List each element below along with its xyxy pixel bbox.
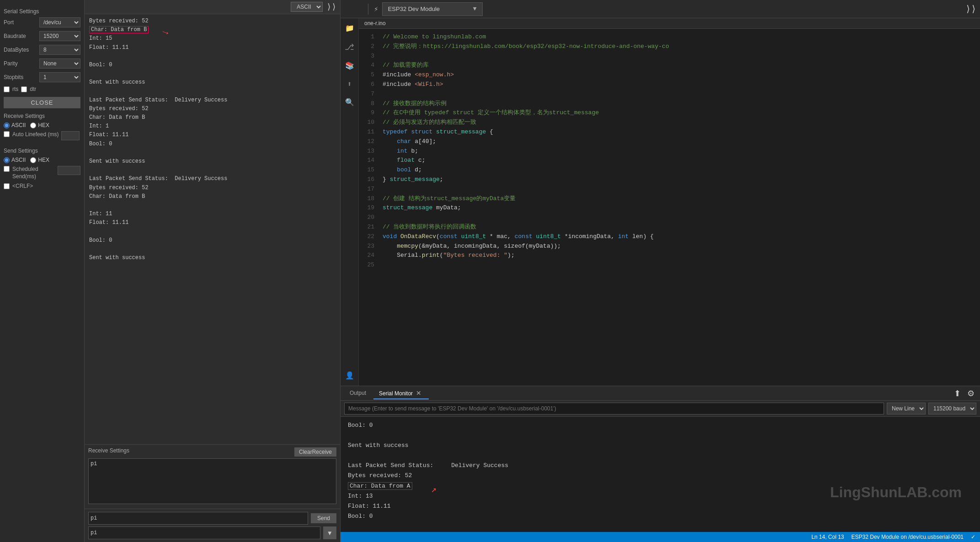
send-ascii-radio[interactable] — [4, 157, 10, 163]
send-input2[interactable] — [88, 526, 320, 539]
parity-label: Parity — [4, 60, 36, 67]
debug-btn[interactable] — [359, 8, 362, 10]
upload-btn[interactable] — [352, 8, 355, 10]
receive-settings-title: Receive Settings — [4, 113, 80, 119]
monitor-log-line — [348, 521, 973, 531]
folder-icon[interactable]: 📁 — [343, 22, 356, 35]
delivery-status: Delivery Success — [451, 462, 508, 469]
monitor-annotation-arrow: ↗ — [431, 482, 437, 498]
code-panel: ⚡ ESP32 Dev Module ▼ ⟩⟩ 📁 ⎇ 📚 ⬆ 🔍 👤 one-… — [341, 0, 980, 542]
recv-ascii-radio[interactable] — [4, 122, 10, 128]
highlighted-char-monitor: Char: Data from A — [348, 482, 412, 490]
monitor-log-line: Bool: 0 — [348, 420, 973, 430]
serial-settings-title: Serial Settings — [4, 8, 80, 15]
port-select[interactable]: /dev/cu — [39, 17, 80, 27]
middle-header: ASCII ⟩⟩ — [85, 0, 340, 14]
status-bar: Ln 14, Col 13 ESP32 Dev Module on /dev/c… — [341, 532, 980, 542]
monitor-log-line — [348, 451, 973, 461]
send-dropdown-arrow[interactable]: ▼ — [323, 526, 336, 539]
monitor-log-line: Last Packet Send Status: Delivery Succes… — [348, 461, 973, 471]
receive-section: Receive Settings ClearReceive pi — [85, 444, 340, 509]
crlf-checkbox[interactable] — [4, 183, 10, 189]
send-button[interactable]: Send — [311, 513, 336, 523]
stopbits-row: Stopbits 1 — [4, 72, 80, 82]
baud-select[interactable]: 115200 baud — [928, 403, 976, 414]
monitor-log-line: Sent with success — [348, 441, 973, 451]
watermark: LingShunLAB.com — [830, 480, 962, 505]
dtr-checkbox[interactable] — [21, 86, 27, 92]
newline-select[interactable]: New Line — [887, 403, 926, 414]
monitor-controls: ⬆ ⚙ — [952, 388, 976, 399]
tab-serial-monitor[interactable]: Serial Monitor ✕ — [373, 388, 429, 399]
send-ascii-label: ASCII — [11, 157, 26, 163]
stopbits-select[interactable]: 1 — [39, 72, 80, 82]
tab-output[interactable]: Output — [344, 388, 372, 399]
person-icon[interactable]: 👤 — [343, 369, 356, 382]
close-panel-icon[interactable]: ⟩⟩ — [326, 2, 336, 12]
device-name: ESP32 Dev Module — [388, 5, 440, 12]
monitor-input-row: New Line 115200 baud — [341, 401, 980, 417]
nav-icon-bar: 📁 ⎇ 📚 ⬆ 🔍 👤 — [341, 18, 359, 386]
log-line — [89, 69, 336, 78]
scheduled-send-row: Scheduled Send(ms) 300 — [4, 166, 80, 180]
monitor-message-input[interactable] — [344, 403, 884, 414]
parity-select[interactable]: None — [39, 58, 80, 69]
receive-textarea[interactable]: pi — [88, 458, 336, 504]
crlf-row: <CRLF> — [4, 183, 80, 189]
recv-ascii-label: ASCII — [11, 122, 26, 128]
rts-label: rts — [12, 86, 18, 92]
port-label: Port — [4, 19, 36, 26]
serial-monitor-icon-btn[interactable] — [958, 8, 962, 10]
file-tab: one-r.ino — [359, 18, 980, 29]
linefeed-label: Auto Linefeed (ms) — [12, 131, 59, 138]
scheduled-checkbox[interactable] — [4, 166, 10, 172]
send-hex-label: HEX — [38, 157, 49, 163]
recv-hex-radio[interactable] — [30, 122, 36, 128]
file-tab-name[interactable]: one-r.ino — [364, 20, 386, 27]
close-button[interactable]: CLOSE — [4, 97, 80, 108]
encoding-dropdown[interactable]: ASCII — [291, 2, 323, 12]
send-input-row: Send — [88, 512, 336, 525]
send-input[interactable] — [88, 512, 308, 525]
device-dropdown-arrow: ▼ — [473, 5, 477, 12]
databytes-label: DataBytes — [4, 47, 36, 53]
usb-icon: ⚡ — [374, 5, 378, 14]
serial-log-panel: ASCII ⟩⟩ Bytes received: 52 Char: Data f… — [85, 0, 341, 542]
code-editor-area: one-r.ino 123456789101112131415161718192… — [359, 18, 980, 386]
log-line — [89, 201, 336, 210]
status-bar-right: Ln 14, Col 13 ESP32 Dev Module on /dev/c… — [811, 534, 975, 540]
log-line: Float: 11.11 — [89, 218, 336, 227]
close-right-icon[interactable]: ⟩⟩ — [965, 3, 976, 15]
git-icon[interactable]: ⎇ — [343, 40, 356, 54]
scheduled-input[interactable]: 300 — [58, 166, 80, 175]
log-line: Float: 11.11 — [89, 43, 336, 52]
log-line: Char: Data from B — [89, 192, 336, 201]
databytes-select[interactable]: 8 — [39, 45, 80, 55]
clear-receive-btn[interactable]: ClearReceive — [294, 447, 336, 457]
linefeed-checkbox[interactable] — [4, 131, 10, 137]
baudrate-select[interactable]: 15200 — [39, 31, 80, 41]
receive-label-row: Receive Settings ClearReceive — [88, 447, 336, 457]
log-line: Bool: 0 — [89, 236, 336, 245]
monitor-log-content: Bool: 0 Sent with success Last Packet Se… — [341, 417, 980, 532]
log-line: Sent with success — [89, 254, 336, 262]
log-line: Bytes received: 52 — [89, 17, 336, 26]
close-monitor-tab-btn[interactable]: ✕ — [414, 389, 423, 397]
monitor-log-line: Sent with success — [348, 531, 973, 532]
monitor-expand-btn[interactable]: ⬆ — [952, 388, 963, 399]
rts-dtr-row: rts dtr — [4, 86, 80, 92]
baudrate-row: Baudrate 15200 — [4, 31, 80, 41]
baudrate-label: Baudrate — [4, 33, 36, 39]
send-encoding-group: ASCII HEX — [4, 157, 80, 163]
upload-nav-icon[interactable]: ⬆ — [346, 78, 354, 90]
linefeed-input[interactable]: 2 — [61, 131, 80, 140]
monitor-settings-btn[interactable]: ⚙ — [965, 388, 976, 399]
rts-checkbox[interactable] — [4, 86, 10, 92]
send-hex-radio[interactable] — [30, 157, 36, 163]
search-icon[interactable]: 🔍 — [343, 96, 356, 109]
library-icon[interactable]: 📚 — [343, 59, 356, 72]
verify-btn[interactable] — [344, 8, 348, 10]
log-line — [89, 87, 336, 96]
code-main-area: 📁 ⎇ 📚 ⬆ 🔍 👤 one-r.ino 123456789101112131… — [341, 18, 980, 386]
device-selector-box[interactable]: ESP32 Dev Module ▼ — [382, 2, 483, 16]
